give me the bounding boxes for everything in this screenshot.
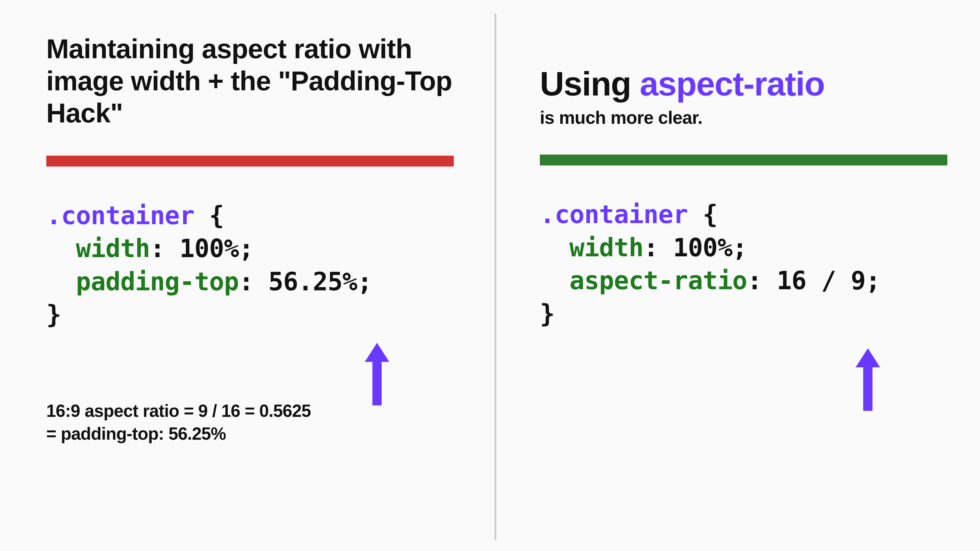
code-brace-close: } <box>540 299 555 329</box>
code-semicolon: ; <box>357 267 372 296</box>
code-val-width: 100% <box>180 234 239 263</box>
left-column: Maintaining aspect ratio with image widt… <box>0 0 495 445</box>
code-semicolon: ; <box>239 234 253 263</box>
code-brace-open: { <box>194 201 224 230</box>
code-prop-width: width <box>76 234 150 263</box>
code-colon: : <box>150 234 180 263</box>
right-column: Using aspect-ratio is much more clear. .… <box>496 0 980 330</box>
right-heading: Using aspect-ratio <box>540 65 947 102</box>
left-heading: Maintaining aspect ratio with image widt… <box>46 33 454 129</box>
code-indent <box>540 233 570 262</box>
right-heading-prefix: Using <box>540 65 640 103</box>
svg-marker-0 <box>365 343 389 405</box>
code-colon: : <box>239 267 269 296</box>
right-subheading: is much more clear. <box>540 107 947 128</box>
explain-line-1: 16:9 aspect ratio = 9 / 16 = 0.5625 <box>46 399 454 422</box>
code-colon: : <box>644 233 673 262</box>
code-semicolon: ; <box>865 266 880 295</box>
code-selector: .container <box>540 200 688 229</box>
code-colon: : <box>747 266 776 295</box>
code-indent <box>46 234 76 263</box>
code-semicolon: ; <box>732 233 747 262</box>
code-prop-aspect-ratio: aspect-ratio <box>570 266 747 295</box>
code-val-aspect-ratio: 16 / 9 <box>776 266 865 295</box>
code-brace-open: { <box>688 200 718 229</box>
right-rule <box>540 154 947 165</box>
svg-marker-1 <box>856 348 880 411</box>
left-rule <box>46 156 454 167</box>
code-indent <box>46 267 76 296</box>
code-indent <box>540 266 570 295</box>
left-code-block: .container { width: 100%; padding-top: 5… <box>46 199 454 332</box>
right-heading-accent: aspect-ratio <box>640 65 824 103</box>
explain-line-2: = padding-top: 56.25% <box>46 422 454 445</box>
left-explanation: 16:9 aspect ratio = 9 / 16 = 0.5625 = pa… <box>46 399 454 445</box>
code-val-width: 100% <box>673 233 733 262</box>
up-arrow-icon <box>856 348 880 411</box>
code-prop-width: width <box>570 233 644 262</box>
up-arrow-icon <box>365 343 389 405</box>
code-selector: .container <box>46 201 194 230</box>
right-code-block: .container { width: 100%; aspect-ratio: … <box>540 198 947 330</box>
code-prop-padding-top: padding-top <box>76 267 239 296</box>
code-brace-close: } <box>46 300 61 329</box>
code-val-padding-top: 56.25% <box>269 267 357 296</box>
